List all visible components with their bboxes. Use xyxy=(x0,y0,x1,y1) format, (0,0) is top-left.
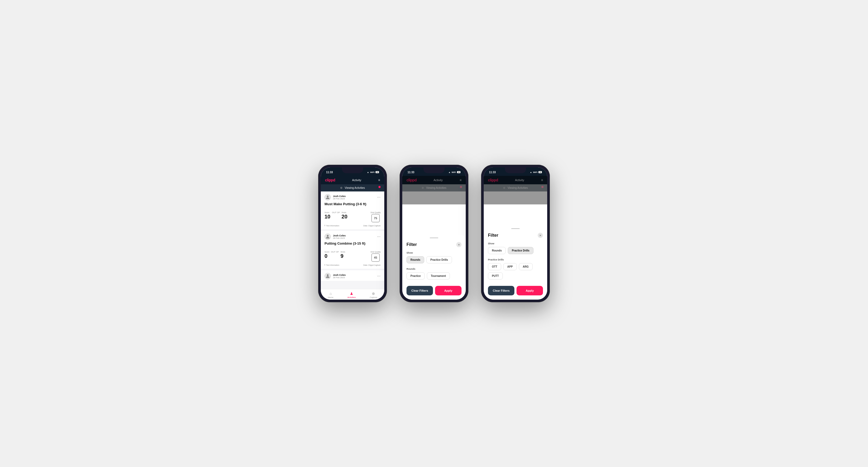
user-info-3: Josh Coles 28 Feb 2023 xyxy=(324,273,346,279)
practice-drills-show-btn-3[interactable]: Practice Drills xyxy=(508,247,533,254)
more-options-1[interactable]: ··· xyxy=(377,195,380,199)
test-info-1: ℹ Test Information xyxy=(324,224,339,227)
filter-modal-3: Filter ✕ Show Rounds Practice Drills Pra… xyxy=(484,225,547,300)
user-date-2: 28 Feb 2023 xyxy=(333,237,346,239)
modal-handle-3 xyxy=(511,228,520,229)
stats-row-2: Score 0 OUT OF Shots 9 Shot Quality 45 xyxy=(324,248,380,262)
hamburger-menu-1[interactable]: ≡ xyxy=(378,178,380,182)
status-icons-1: ▲ WiFi 33 xyxy=(367,171,379,174)
ott-btn-3[interactable]: OTT xyxy=(488,263,501,270)
app-btn-3[interactable]: APP xyxy=(503,263,517,270)
show-label-3: Show xyxy=(488,242,543,245)
nav-capture[interactable]: ⊕ Capture xyxy=(370,291,377,299)
filter-icon-1: ⚙ xyxy=(340,186,342,189)
practice-round-btn-2[interactable]: Practice xyxy=(406,272,425,280)
nav-bar-1: clippd Activity ≡ xyxy=(321,176,384,184)
score-value-2: 0 xyxy=(324,253,329,259)
filter-modal-2: Filter ✕ Show Rounds Practice Drills Rou… xyxy=(402,235,466,300)
rounds-filter-buttons-2: Practice Tournament xyxy=(406,272,462,280)
user-date-3: 28 Feb 2023 xyxy=(333,276,346,279)
show-filter-buttons-2: Rounds Practice Drills xyxy=(406,256,462,263)
shots-value-1: 20 xyxy=(341,214,347,219)
arg-btn-3[interactable]: ARG xyxy=(519,263,533,270)
card-header-1: Josh Coles 28 Feb 2023 ··· xyxy=(324,194,380,200)
card-title-1: Must Make Putting (3-6 ft) xyxy=(324,202,380,206)
more-options-3[interactable]: ··· xyxy=(377,274,380,278)
card-header-3: Josh Coles 28 Feb 2023 ··· xyxy=(324,273,380,279)
activity-card-2: Josh Coles 28 Feb 2023 ··· Putting Combi… xyxy=(321,231,384,269)
practice-drills-show-btn-2[interactable]: Practice Drills xyxy=(426,256,452,263)
apply-btn-2[interactable]: Apply xyxy=(435,286,462,295)
data-source-1: Data: Clippd Capture xyxy=(363,225,380,227)
close-button-2[interactable]: ✕ xyxy=(456,242,462,247)
activities-icon: ♟ xyxy=(350,291,353,295)
user-date-1: 28 Feb 2023 xyxy=(333,197,346,200)
phone-3: 11:33 ▲ WiFi 33 clippd Activity ≡ ⚙ View… xyxy=(481,165,550,302)
sq-badge-1: 75 xyxy=(371,214,380,222)
score-value-1: 10 xyxy=(324,214,330,219)
score-label-1: Score xyxy=(324,212,330,213)
phone-2: 11:33 ▲ WiFi 33 clippd Activity ≡ ⚙ View… xyxy=(400,165,468,302)
clear-filters-btn-2[interactable]: Clear Filters xyxy=(406,286,433,295)
viewing-bar-1[interactable]: ⚙ Viewing Activities xyxy=(321,184,384,191)
card-footer-2: ℹ Test Information Data: Clippd Capture xyxy=(324,264,380,266)
more-options-2[interactable]: ··· xyxy=(377,235,380,239)
drills-filter-buttons-3: OTT APP ARG PUTT xyxy=(488,263,543,280)
show-filter-buttons-3: Rounds Practice Drills xyxy=(488,247,543,254)
phone-notch-2 xyxy=(424,167,444,173)
home-icon: ⌂ xyxy=(330,291,332,295)
status-time-3: 11:33 xyxy=(489,171,496,174)
score-label-2: Score xyxy=(324,251,329,253)
svg-point-1 xyxy=(327,235,329,237)
modal-header-3: Filter ✕ xyxy=(488,233,543,238)
user-info-1: Josh Coles 28 Feb 2023 xyxy=(324,194,346,200)
content-1: Josh Coles 28 Feb 2023 ··· Must Make Put… xyxy=(321,191,384,289)
clear-filters-btn-3[interactable]: Clear Filters xyxy=(488,286,515,295)
card-header-2: Josh Coles 28 Feb 2023 ··· xyxy=(324,234,380,240)
out-of-1: OUT OF xyxy=(332,208,340,214)
avatar-2 xyxy=(324,234,331,240)
status-icons-2: ▲ WiFi 33 xyxy=(448,171,460,174)
avatar-1 xyxy=(324,194,331,200)
rounds-show-btn-3[interactable]: Rounds xyxy=(488,247,506,254)
sq-badge-2: 45 xyxy=(371,253,380,262)
phone-3-screen: 11:33 ▲ WiFi 33 clippd Activity ≡ ⚙ View… xyxy=(484,167,547,300)
notification-dot-1 xyxy=(378,186,380,188)
status-time-1: 11:33 xyxy=(326,171,333,174)
apply-btn-3[interactable]: Apply xyxy=(517,286,543,295)
modal-handle-2 xyxy=(430,238,438,238)
data-source-2: Data: Clippd Capture xyxy=(363,264,380,266)
nav-title-1: Activity xyxy=(352,179,361,182)
stats-row-1: Score 10 OUT OF Shots 20 Shot Quality 75 xyxy=(324,208,380,222)
phone-1: 11:33 ▲ WiFi 33 clippd Activity ≡ ⚙ View… xyxy=(318,165,387,302)
sq-label-2: Shot Quality xyxy=(371,251,380,253)
out-of-2: OUT OF xyxy=(331,248,339,253)
putt-btn-3[interactable]: PUTT xyxy=(488,272,503,280)
shot-quality-1: Shot Quality 75 xyxy=(371,212,380,222)
rounds-label-2: Rounds xyxy=(406,268,462,270)
card-title-2: Putting Combine (3-15 ft) xyxy=(324,242,380,245)
modal-footer-2: Clear Filters Apply xyxy=(406,286,462,295)
shots-value-2: 9 xyxy=(340,253,345,259)
tournament-btn-2[interactable]: Tournament xyxy=(427,272,450,280)
svg-point-2 xyxy=(327,274,329,276)
avatar-3 xyxy=(324,273,331,279)
show-label-2: Show xyxy=(406,251,462,254)
card-footer-1: ℹ Test Information Data: Clippd Capture xyxy=(324,224,380,227)
activity-card-1: Josh Coles 28 Feb 2023 ··· Must Make Put… xyxy=(321,191,384,229)
user-name-2: Josh Coles xyxy=(333,234,346,237)
svg-point-0 xyxy=(327,195,329,197)
close-button-3[interactable]: ✕ xyxy=(538,233,543,238)
rounds-show-btn-2[interactable]: Rounds xyxy=(406,256,424,263)
phone-notch-3 xyxy=(505,167,526,173)
shot-quality-2: Shot Quality 45 xyxy=(371,251,380,262)
logo-1: clippd xyxy=(325,178,335,182)
drills-label-3: Practice Drills xyxy=(488,258,543,261)
activity-card-3-stub: Josh Coles 28 Feb 2023 ··· xyxy=(321,270,384,281)
modal-title-2: Filter xyxy=(406,242,417,247)
nav-home[interactable]: ⌂ Home xyxy=(328,291,333,299)
viewing-label-1: Viewing Activities xyxy=(345,186,365,189)
status-icons-3: ▲ WiFi 33 xyxy=(530,171,542,174)
nav-activities[interactable]: ♟ Activities xyxy=(347,291,356,299)
modal-footer-3: Clear Filters Apply xyxy=(488,286,543,295)
